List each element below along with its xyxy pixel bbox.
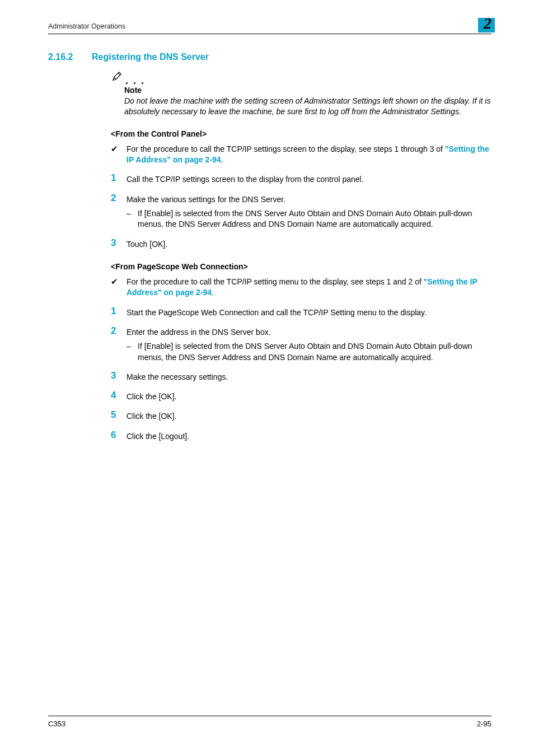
web-step-text: Click the [OK]. xyxy=(127,411,491,422)
panel-step-sub: –If [Enable] is selected from the DNS Se… xyxy=(127,208,491,230)
panel-step-text: Touch [OK]. xyxy=(127,239,491,250)
web-step-sub-text: If [Enable] is selected from the DNS Ser… xyxy=(138,341,491,363)
running-head: Administrator Operations xyxy=(48,22,125,30)
header-rule xyxy=(48,34,491,34)
web-step-number: 5 xyxy=(111,410,127,422)
check-icon: ✔ xyxy=(111,144,127,166)
panel-bullet-text-after: . xyxy=(221,155,223,164)
page-header: Administrator Operations 2 xyxy=(48,21,491,34)
web-bullet-text-after: . xyxy=(212,288,214,297)
panel-step-text: Call the TCP/IP settings screen to the d… xyxy=(127,174,491,185)
panel-step-number: 3 xyxy=(111,238,127,250)
dash-icon: – xyxy=(127,341,138,363)
dash-icon: – xyxy=(127,208,138,230)
chapter-number: 2 xyxy=(484,15,491,32)
panel-bullet: ✔ For the procedure to call the TCP/IP s… xyxy=(111,144,491,166)
web-step-sub: –If [Enable] is selected from the DNS Se… xyxy=(127,341,491,363)
panel-step-number: 1 xyxy=(111,173,127,185)
web-step-text: Start the PageScope Web Connection and c… xyxy=(127,307,491,318)
panel-step-text: Make the various settings for the DNS Se… xyxy=(127,194,491,205)
panel-step: 3Touch [OK]. xyxy=(111,238,491,250)
web-step-number: 4 xyxy=(111,390,127,402)
web-bullet: ✔ For the procedure to call the TCP/IP s… xyxy=(111,277,491,298)
web-step-number: 2 xyxy=(111,326,127,363)
web-step-text: Make the necessary settings. xyxy=(127,372,491,382)
web-step-text: Enter the address in the DNS Server box. xyxy=(127,327,491,338)
web-step: 3Make the necessary settings. xyxy=(111,371,491,382)
web-step-text: Click the [OK]. xyxy=(127,391,491,402)
web-step-text: Click the [Logout]. xyxy=(127,431,491,442)
panel-step: 1Call the TCP/IP settings screen to the … xyxy=(111,173,491,185)
from-web-heading: <From PageScope Web Connection> xyxy=(111,262,491,271)
note-label: Note xyxy=(124,86,491,95)
panel-step-number: 2 xyxy=(111,193,127,230)
web-step: 5Click the [OK]. xyxy=(111,410,491,422)
pencil-note-icon xyxy=(111,70,123,82)
footer-left: C353 xyxy=(48,720,65,728)
web-step: 2Enter the address in the DNS Server box… xyxy=(111,326,491,363)
note-block: . . . xyxy=(111,70,491,83)
note-text: Do not leave the machine with the settin… xyxy=(124,96,491,117)
panel-bullet-text-before: For the procedure to call the TCP/IP set… xyxy=(127,144,445,153)
web-step-number: 3 xyxy=(111,371,127,382)
check-icon: ✔ xyxy=(111,277,127,298)
note-dots: . . . xyxy=(125,78,145,83)
footer-rule xyxy=(48,716,491,716)
section-title: Registering the DNS Server xyxy=(92,52,209,62)
section-number: 2.16.2 xyxy=(48,52,92,62)
section-heading: 2.16.2 Registering the DNS Server xyxy=(48,52,491,62)
from-control-panel-heading: <From the Control Panel> xyxy=(111,129,491,138)
web-step: 1Start the PageScope Web Connection and … xyxy=(111,306,491,318)
web-step-number: 6 xyxy=(111,430,127,442)
footer-right: 2-95 xyxy=(477,720,491,728)
panel-step-sub-text: If [Enable] is selected from the DNS Ser… xyxy=(138,208,491,230)
web-step-number: 1 xyxy=(111,306,127,318)
page-footer: C353 2-95 xyxy=(48,716,491,728)
web-step: 4Click the [OK]. xyxy=(111,390,491,402)
web-bullet-text-before: For the procedure to call the TCP/IP set… xyxy=(127,277,424,286)
web-step: 6Click the [Logout]. xyxy=(111,430,491,442)
panel-step: 2Make the various settings for the DNS S… xyxy=(111,193,491,230)
